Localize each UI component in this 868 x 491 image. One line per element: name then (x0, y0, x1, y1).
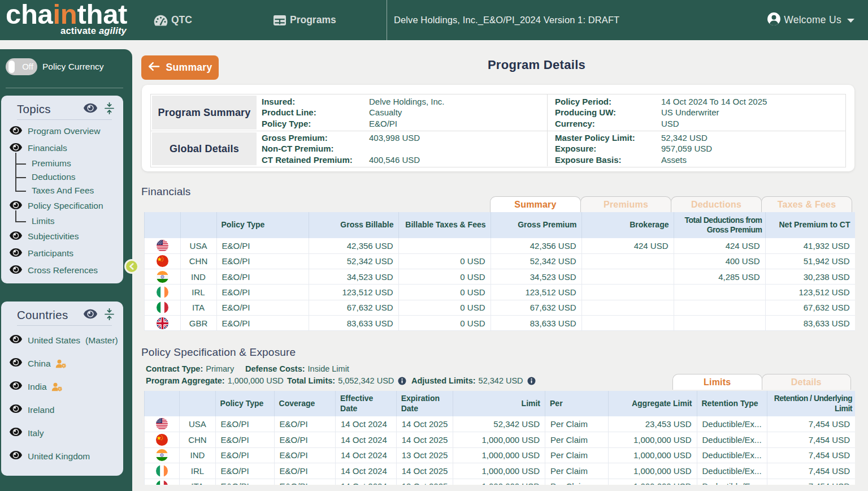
policy-currency-toggle-row: Off Policy Currency (6, 58, 104, 75)
country-item-united-kingdom[interactable]: United Kingdom (1, 445, 123, 468)
financials-tabs: SummaryPremiumsDeductionsTaxes & Fees (490, 196, 852, 212)
nav-item-qtc[interactable]: QTC (154, 0, 192, 40)
meta-defense-costs: Defense Costs:Inside Limit (245, 364, 349, 373)
table-row-chn[interactable]: CHNE&O/PIE&O/PI14 Oct 202414 Oct 20251,0… (145, 432, 856, 448)
topic-item-program-overview[interactable]: Program Overview (1, 123, 123, 140)
table-row-irl[interactable]: IRLE&O/PI123,512 USD0 USD123,512 USD123,… (145, 285, 855, 300)
card-fields-left: Insured:Delve Holdings, Inc.Product Line… (258, 94, 548, 131)
column-header (145, 212, 181, 238)
country-item-italy[interactable]: Italy (1, 421, 123, 445)
country-item-label: United States (28, 335, 80, 346)
user-menu[interactable]: Welcome Us (767, 0, 855, 40)
cell-limit: 1,000,000 USD (453, 479, 545, 485)
topics-collapse-icon[interactable] (105, 102, 114, 117)
sidebar-divider (6, 88, 123, 88)
info-icon[interactable] (398, 377, 406, 385)
financials-tab-deductions[interactable]: Deductions (671, 196, 762, 212)
flag-icon-ie (145, 285, 181, 300)
cell-retention_limit: 7,454 USD (767, 463, 855, 479)
visibility-eye-icon[interactable] (10, 265, 22, 277)
countries-panel: Countries United States(Master)ChinaIndi… (1, 302, 123, 476)
field-label: Producing UW: (555, 107, 661, 117)
cell-net_premium: 30,238 USD (765, 269, 855, 285)
table-row-usa[interactable]: USAE&O/PIE&O/PI14 Oct 202414 Oct 202552,… (145, 416, 856, 432)
countries-head-divider (17, 325, 112, 326)
table-row-ita[interactable]: ITAE&O/PI67,632 USD0 USD67,632 USD67,632… (145, 300, 855, 315)
page-title: Program Details (219, 58, 854, 72)
cell-aggregate: 1,000,000 USD (608, 447, 697, 463)
cell-gross_premium: 67,632 USD (491, 300, 581, 315)
policy-spec-tab-limits[interactable]: Limits (672, 374, 762, 390)
user-gear-icon[interactable] (51, 382, 63, 391)
topic-subitem-limits[interactable]: Limits (1, 214, 123, 228)
column-header: Aggregate Limit (608, 391, 697, 416)
cell-limit: 1,000,000 USD (453, 463, 545, 479)
info-icon[interactable] (527, 377, 536, 385)
topic-subitem-taxes-and-fees[interactable]: Taxes And Fees (1, 184, 123, 197)
policy-spec-tab-details[interactable]: Details (762, 374, 852, 390)
topic-item-policy-specification[interactable]: Policy Specification (1, 197, 123, 214)
user-gear-icon[interactable] (55, 359, 67, 368)
chainthat-logo[interactable]: chainthat activate agility (6, 3, 127, 36)
topic-item-subjectivities[interactable]: Subjectivities (1, 228, 123, 245)
user-circle-icon (767, 12, 781, 28)
sidebar-collapse-button[interactable] (124, 259, 139, 274)
table-row-ita[interactable]: ITAE&O/PIE&O/PI14 Oct 202413 Oct 20251,0… (145, 479, 856, 485)
column-header: Retention / UnderlyingLimit (767, 391, 855, 416)
financials-tab-summary[interactable]: Summary (490, 196, 581, 212)
topic-item-cross-references[interactable]: Cross References (1, 262, 123, 279)
table-row-usa[interactable]: USAE&O/PI42,356 USD42,356 USD424 USD424 … (145, 238, 855, 253)
cell-retention_type: Deductible/Ex... (697, 432, 767, 448)
country-item-india[interactable]: India (1, 375, 123, 398)
visibility-eye-icon[interactable] (10, 231, 22, 243)
policy-currency-toggle[interactable]: Off (6, 58, 37, 75)
table-row-ind[interactable]: INDE&O/PIE&O/PI14 Oct 202413 Oct 20251,0… (145, 447, 856, 463)
cell-code: ITA (180, 479, 215, 485)
topic-item-financials[interactable]: Financials (1, 140, 123, 157)
card-fields-left: Gross Premium:403,998 USDNon-CT Premium:… (258, 131, 548, 166)
field-value: 403,998 USD (369, 133, 420, 143)
visibility-eye-icon[interactable] (10, 404, 22, 416)
visibility-eye-icon[interactable] (10, 126, 22, 137)
field-label: Policy Period: (555, 97, 661, 106)
topic-item-participants[interactable]: Participants (1, 245, 123, 262)
cell-effective: 14 Oct 2024 (336, 432, 397, 448)
table-header: Policy TypeGross BillableBillable Taxes … (145, 212, 855, 238)
topbar-divider (387, 0, 387, 40)
policy-spec-section-title: Policy Specification & Exposure (141, 346, 296, 359)
financials-tab-taxes-fees[interactable]: Taxes & Fees (761, 196, 852, 212)
nav-item-programs[interactable]: Programs (273, 0, 336, 40)
country-item-ireland[interactable]: Ireland (1, 398, 123, 421)
cell-effective: 14 Oct 2024 (336, 479, 397, 485)
field-value: Casualty (369, 107, 402, 117)
visibility-eye-icon[interactable] (10, 450, 22, 462)
visibility-eye-icon[interactable] (10, 248, 22, 260)
financials-tab-premiums[interactable]: Premiums (580, 196, 671, 212)
cell-policy_type: E&O/PI (216, 238, 309, 253)
table-row-gbr[interactable]: GBRE&O/PI83,633 USD0 USD83,633 USD83,633… (145, 315, 855, 330)
visibility-eye-icon[interactable] (10, 358, 22, 369)
policy-spec-tabs: LimitsDetails (672, 374, 851, 390)
summary-back-button[interactable]: Summary (141, 55, 219, 80)
visibility-eye-icon[interactable] (10, 334, 22, 346)
topics-visibility-eye-icon[interactable] (84, 103, 97, 115)
cell-expiration: 13 Oct 2025 (396, 447, 453, 463)
country-item-united-states[interactable]: United States(Master) (1, 329, 123, 352)
country-item-label: United Kingdom (28, 451, 90, 462)
country-item-china[interactable]: China (1, 352, 123, 375)
topic-subitem-deductions[interactable]: Deductions (1, 170, 123, 184)
countries-visibility-eye-icon[interactable] (84, 309, 97, 321)
cell-net_premium: 83,633 USD (765, 315, 855, 330)
table-row-chn[interactable]: CHNE&O/PI52,342 USD0 USD52,342 USD400 US… (145, 253, 855, 269)
visibility-eye-icon[interactable] (10, 427, 22, 439)
topic-subitem-premiums[interactable]: Premiums (1, 157, 123, 170)
visibility-eye-icon[interactable] (10, 381, 22, 393)
flag-icon-us (145, 238, 181, 253)
meta-value: Inside Limit (308, 364, 349, 373)
table-row-irl[interactable]: IRLE&O/PIE&O/PI14 Oct 202414 Oct 20251,0… (145, 463, 856, 479)
cell-policy_type: E&O/PI (216, 300, 309, 315)
table-row-ind[interactable]: INDE&O/PI34,523 USD0 USD34,523 USD4,285 … (145, 269, 855, 285)
countries-collapse-icon[interactable] (105, 308, 114, 322)
meta-label: Defense Costs: (245, 364, 305, 373)
column-header: Limit (453, 391, 545, 416)
